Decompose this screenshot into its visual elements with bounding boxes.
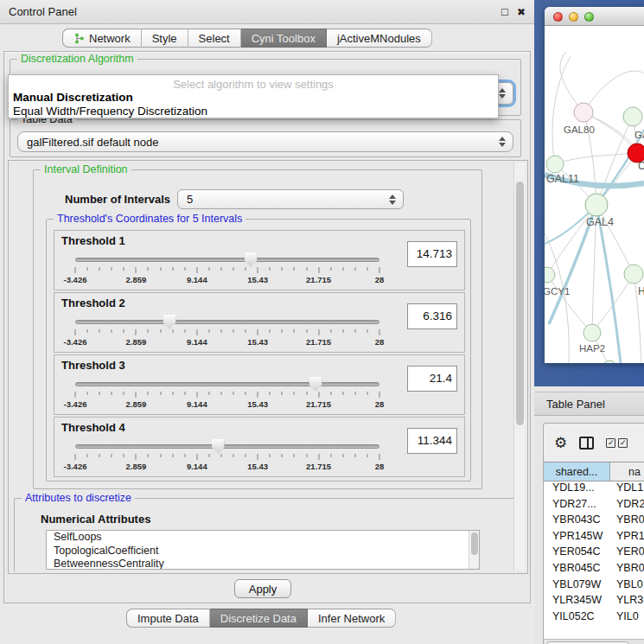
- close-panel-icon[interactable]: ✖: [517, 7, 526, 17]
- cell[interactable]: YER0: [610, 545, 644, 562]
- numerical-attributes-list[interactable]: SelfLoops TopologicalCoefficient Between…: [46, 530, 480, 570]
- table-row[interactable]: YBR045CYBR0: [544, 562, 644, 578]
- cell[interactable]: YDL19...: [544, 481, 610, 498]
- popup-item-manual-discretization[interactable]: Manual Discretization: [9, 91, 498, 105]
- popup-item-equal-width[interactable]: Equal Width/Frequency Discretization: [9, 105, 498, 118]
- table-horizontal-scrollbar[interactable]: [544, 639, 644, 644]
- cell[interactable]: YLR345W: [544, 594, 610, 610]
- cell[interactable]: YLR3: [610, 594, 644, 610]
- cell[interactable]: YIL0: [610, 610, 644, 621]
- tab-discretize-data[interactable]: Discretize Data: [210, 609, 308, 628]
- table-row[interactable]: YER054CYER0: [544, 545, 644, 562]
- threshold-1-label: Threshold 1: [61, 234, 125, 247]
- cell[interactable]: YBR0: [610, 513, 644, 530]
- tab-select[interactable]: Select: [188, 29, 241, 48]
- tab-cyni-toolbox-label: Cyni Toolbox: [252, 32, 316, 45]
- table-row[interactable]: YDR27...YDR2: [544, 498, 644, 514]
- table-row[interactable]: YBL079WYBL0: [544, 578, 644, 595]
- checkbox-icon[interactable]: ✓: [606, 438, 615, 448]
- close-window-icon[interactable]: [553, 12, 563, 22]
- network-canvas[interactable]: GAL80 GA GAL11 C GAL4 GCY1 H HAP2: [545, 26, 644, 363]
- cell[interactable]: YDR27...: [544, 498, 610, 514]
- slider-track[interactable]: [75, 258, 379, 262]
- slider-track[interactable]: [75, 382, 379, 386]
- tick-label: 21.715: [306, 399, 331, 409]
- table-row[interactable]: YIL052CYIL0: [544, 610, 644, 621]
- cell[interactable]: YBL079W: [544, 578, 610, 595]
- network-view-window[interactable]: GAL80 GA GAL11 C GAL4 GCY1 H HAP2: [545, 7, 644, 363]
- list-scrollbar-thumb[interactable]: [471, 532, 478, 555]
- columns-icon[interactable]: [579, 437, 594, 450]
- thresholds-group-title: Threshold's Coordinates for 5 Intervals: [54, 213, 245, 225]
- slider-thumb[interactable]: [245, 252, 258, 267]
- node-gal11[interactable]: [546, 156, 564, 173]
- cell[interactable]: YBR0: [610, 562, 644, 578]
- node-gal80[interactable]: [574, 103, 593, 122]
- node-gal4[interactable]: [585, 194, 608, 216]
- slider-thumb[interactable]: [309, 377, 322, 392]
- slider-track[interactable]: [75, 444, 379, 449]
- tab-infer-network-label: Infer Network: [318, 612, 385, 625]
- cell[interactable]: YDR2: [610, 498, 644, 514]
- zoom-window-icon[interactable]: [584, 12, 594, 22]
- threshold-2-label: Threshold 2: [61, 296, 125, 309]
- popup-hint[interactable]: Select algorithm to view settings: [9, 78, 498, 91]
- list-item[interactable]: TopologicalCoefficient: [47, 545, 479, 558]
- node-hap2[interactable]: [583, 324, 601, 341]
- number-of-intervals-combobox[interactable]: 5: [177, 189, 404, 209]
- list-scrollbar[interactable]: [469, 531, 479, 569]
- table-data-combobox[interactable]: galFiltered.sif default node: [17, 131, 513, 152]
- cell[interactable]: YBR043C: [544, 513, 610, 530]
- tab-jactivemnodules[interactable]: jActiveMNodules: [327, 29, 432, 48]
- settings-scrollbar-thumb[interactable]: [516, 182, 524, 425]
- tab-network[interactable]: Network: [62, 29, 142, 48]
- threshold-3-value-field[interactable]: 21.4: [407, 366, 457, 392]
- threshold-1-value-field[interactable]: 14.713: [407, 241, 457, 267]
- table-row[interactable]: YDL19...YDL1: [544, 481, 644, 498]
- node-gcy1[interactable]: [545, 267, 555, 283]
- slider-tick-labels: -3.4262.8599.14415.4321.71528: [75, 275, 379, 284]
- cell[interactable]: YIL052C: [544, 610, 610, 621]
- cell[interactable]: YBR045C: [544, 562, 610, 578]
- column-header-shared-name[interactable]: shared...: [544, 462, 610, 481]
- node[interactable]: [603, 360, 616, 363]
- threshold-3-panel: Threshold 3 -3.4262.8599.14415.4321.7152…: [54, 354, 465, 415]
- minimize-window-icon[interactable]: [569, 12, 578, 22]
- slider-thumb[interactable]: [212, 439, 225, 454]
- slider-track[interactable]: [75, 320, 379, 324]
- cell[interactable]: YER054C: [544, 545, 610, 562]
- network-window-titlebar[interactable]: [545, 7, 644, 26]
- threshold-1-slider[interactable]: -3.4262.8599.14415.4321.71528: [75, 252, 379, 288]
- table-row[interactable]: YLR345WYLR3: [544, 594, 644, 610]
- node[interactable]: [623, 107, 642, 126]
- tab-impute-data[interactable]: Impute Data: [126, 609, 210, 628]
- tab-cyni-toolbox[interactable]: Cyni Toolbox: [241, 29, 327, 48]
- cell[interactable]: YDL1: [610, 481, 644, 498]
- float-window-icon[interactable]: □: [501, 6, 508, 17]
- cell[interactable]: YBL0: [610, 578, 644, 595]
- list-item[interactable]: BetweennessCentrality: [47, 558, 479, 570]
- apply-button[interactable]: Apply: [234, 579, 291, 598]
- checkbox-icon[interactable]: ✓: [618, 438, 628, 448]
- cell[interactable]: YPR145W: [544, 530, 610, 546]
- threshold-4-value-field[interactable]: 11.344: [407, 428, 457, 454]
- threshold-4-slider[interactable]: -3.4262.8599.14415.4321.71528: [75, 438, 379, 475]
- list-item[interactable]: SelfLoops: [47, 531, 479, 545]
- column-header-name[interactable]: na: [610, 462, 644, 481]
- node-h[interactable]: [624, 265, 643, 284]
- table-row[interactable]: YPR145WYPR1: [544, 530, 644, 546]
- threshold-3-slider[interactable]: -3.4262.8599.14415.4321.71528: [75, 376, 379, 412]
- tab-infer-network[interactable]: Infer Network: [308, 609, 396, 628]
- threshold-2-slider[interactable]: -3.4262.8599.14415.4321.71528: [75, 314, 379, 350]
- threshold-1-panel: Threshold 1 -3.4262.8599.14415.4321.7152…: [54, 230, 465, 290]
- cell[interactable]: YPR1: [610, 530, 644, 546]
- slider-thumb[interactable]: [163, 315, 176, 329]
- select-columns-icons: ✓ ✓: [606, 438, 628, 448]
- combo-arrows-icon: [389, 194, 396, 205]
- threshold-4-panel: Threshold 4 -3.4262.8599.14415.4321.7152…: [54, 417, 465, 477]
- table-row[interactable]: YBR043CYBR0: [544, 513, 644, 530]
- settings-scrollbar[interactable]: [513, 163, 526, 571]
- tab-style[interactable]: Style: [142, 29, 188, 48]
- threshold-2-value-field[interactable]: 6.316: [407, 303, 457, 329]
- gear-icon[interactable]: ⚙: [554, 434, 567, 452]
